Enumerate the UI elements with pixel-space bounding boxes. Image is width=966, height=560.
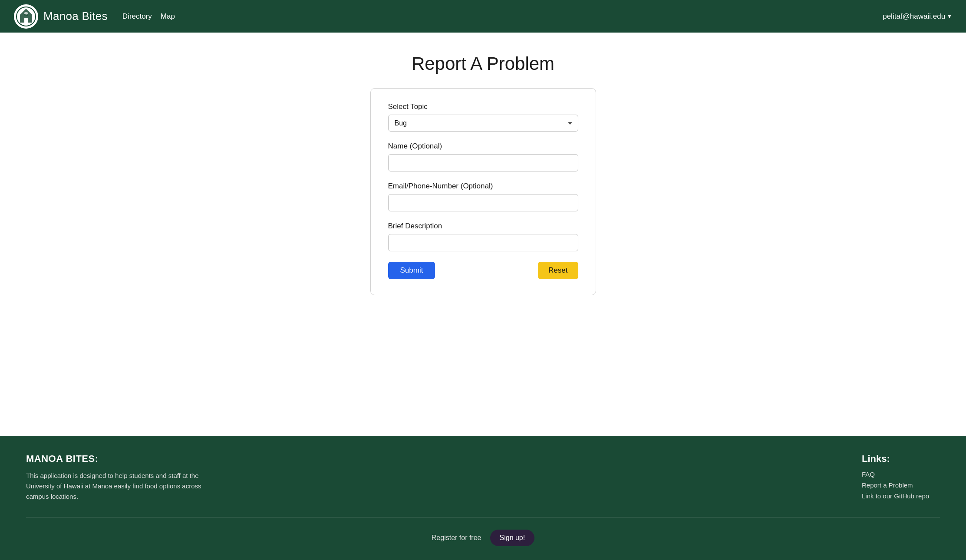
description-label: Brief Description (388, 222, 578, 231)
navbar-brand: Manoa Bites (43, 10, 108, 23)
page-title: Report A Problem (412, 53, 554, 74)
topic-field: Select Topic Bug Other (388, 102, 578, 132)
nav-link-map[interactable]: Map (160, 10, 176, 23)
footer-description: This application is designed to help stu… (26, 471, 217, 502)
topic-select-wrapper: Bug Other (388, 115, 578, 132)
navbar: MB Manoa Bites Directory Map pelitaf@haw… (0, 0, 966, 33)
description-field: Brief Description (388, 222, 578, 251)
footer-left: MANOA BITES: This application is designe… (26, 453, 217, 503)
navbar-logo: MB (14, 4, 38, 29)
footer: MANOA BITES: This application is designe… (0, 436, 966, 560)
svg-rect-2 (24, 18, 28, 23)
chevron-down-icon: ▼ (947, 13, 952, 20)
nav-link-directory[interactable]: Directory (122, 10, 153, 23)
footer-bottom: Register for free Sign up! (26, 517, 940, 560)
footer-links-title: Links: (862, 453, 940, 464)
navbar-left: MB Manoa Bites Directory Map (14, 4, 176, 29)
footer-link-report[interactable]: Report a Problem (862, 481, 940, 489)
reset-button[interactable]: Reset (538, 262, 578, 279)
navbar-logo-wrapper: MB Manoa Bites (14, 4, 108, 29)
name-label: Name (Optional) (388, 142, 578, 151)
footer-top: MANOA BITES: This application is designe… (26, 453, 940, 517)
navbar-links: Directory Map (122, 10, 176, 23)
main-content: Report A Problem Select Topic Bug Other … (0, 33, 966, 436)
navbar-user-email: pelitaf@hawaii.edu (883, 12, 945, 21)
topic-label: Select Topic (388, 102, 578, 111)
signup-button[interactable]: Sign up! (490, 530, 535, 546)
svg-text:MB: MB (24, 13, 28, 16)
email-label: Email/Phone-Number (Optional) (388, 182, 578, 191)
topic-select[interactable]: Bug Other (388, 115, 578, 132)
name-input[interactable] (388, 154, 578, 171)
navbar-user-menu[interactable]: pelitaf@hawaii.edu ▼ (883, 12, 952, 21)
email-input[interactable] (388, 194, 578, 211)
name-field: Name (Optional) (388, 142, 578, 171)
form-actions: Submit Reset (388, 262, 578, 279)
submit-button[interactable]: Submit (388, 262, 435, 279)
description-input[interactable] (388, 234, 578, 251)
footer-link-faq[interactable]: FAQ (862, 471, 940, 478)
logo-icon: MB (16, 6, 36, 27)
footer-register-text: Register for free (432, 534, 481, 542)
footer-brand: MANOA BITES: (26, 453, 217, 464)
footer-right: Links: FAQ Report a Problem Link to our … (862, 453, 940, 503)
report-form-card: Select Topic Bug Other Name (Optional) E… (370, 88, 596, 295)
email-field: Email/Phone-Number (Optional) (388, 182, 578, 211)
footer-link-github[interactable]: Link to our GitHub repo (862, 492, 940, 500)
